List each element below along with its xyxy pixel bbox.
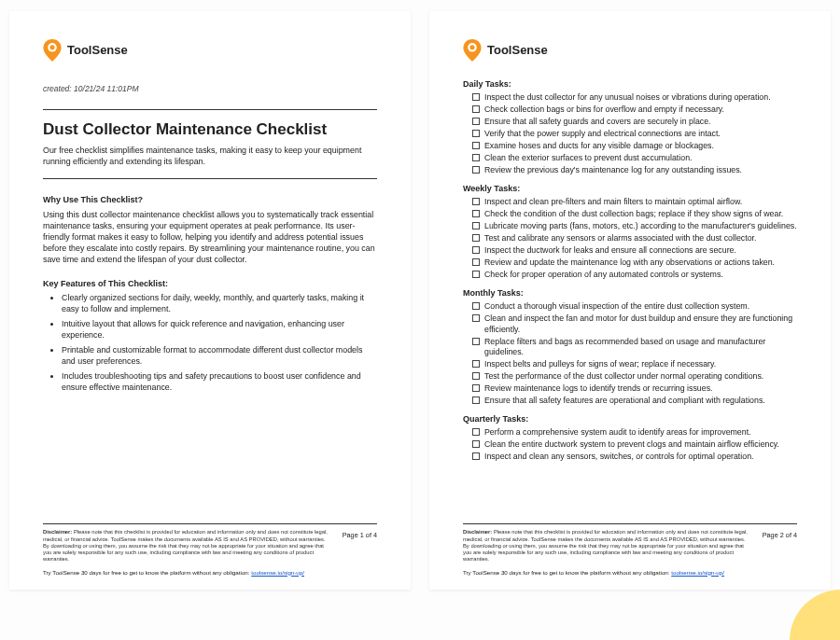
pin-icon [43, 39, 62, 62]
checkbox[interactable] [472, 118, 480, 125]
checklist-item: Clean the exterior surfaces to prevent d… [463, 153, 797, 163]
checkbox[interactable] [472, 154, 480, 161]
checklist-item-label: Clean the entire ductwork system to prev… [484, 439, 779, 450]
checklist-item: Inspect and clean pre-filters and main f… [463, 197, 797, 207]
checkbox[interactable] [472, 210, 480, 217]
checklist-item: Perform a comprehensive system audit to … [463, 427, 797, 438]
checkbox[interactable] [472, 302, 480, 310]
checklist-item: Examine hoses and ducts for any visible … [463, 141, 797, 151]
checkbox[interactable] [472, 314, 480, 322]
checklist-item-label: Verify that the power supply and electri… [484, 129, 721, 139]
checkbox[interactable] [472, 397, 480, 404]
checklist-item: Inspect and clean any sensors, switches,… [463, 452, 797, 462]
checklist-item-label: Check the condition of the dust collecti… [484, 209, 783, 219]
trial-cta: Try ToolSense 30 days for free to get to… [43, 569, 329, 577]
task-group-title: Daily Tasks: [463, 78, 797, 90]
checkbox[interactable] [472, 234, 480, 242]
list-item: Printable and customizable format to acc… [62, 344, 377, 367]
checkbox[interactable] [472, 198, 480, 205]
checklist-item: Clean the entire ductwork system to prev… [463, 439, 797, 450]
checkbox[interactable] [472, 258, 480, 266]
checkbox[interactable] [472, 384, 480, 392]
checklist-item: Review the previous day's maintenance lo… [463, 165, 797, 175]
document-title: Dust Collector Maintenance Checklist [43, 119, 377, 141]
checklist-item-label: Ensure that all safety guards and covers… [484, 117, 711, 127]
task-group-title: Quarterly Tasks: [463, 413, 797, 424]
checklist-item-label: Conduct a thorough visual inspection of … [484, 301, 749, 312]
page-number: Page 2 of 4 [763, 529, 797, 577]
features-heading: Key Features of This Checklist: [43, 278, 377, 289]
brand-logo: ToolSense [463, 39, 797, 62]
checklist-item-label: Inspect the dust collector for any unusu… [484, 92, 771, 103]
checklist-item-label: Clean and inspect the fan and motor for … [484, 313, 797, 335]
checkbox[interactable] [472, 271, 480, 278]
checkbox[interactable] [472, 130, 480, 137]
checkbox[interactable] [472, 338, 480, 345]
list-item: Intuitive layout that allows for quick r… [62, 318, 377, 341]
checklist-item-label: Clean the exterior surfaces to prevent d… [484, 153, 692, 163]
checklist-item-label: Test and calibrate any sensors or alarms… [484, 233, 756, 243]
task-group: Weekly Tasks:Inspect and clean pre-filte… [463, 183, 797, 280]
checkbox[interactable] [472, 142, 480, 149]
checklist-item: Review maintenance logs to identify tren… [463, 383, 797, 394]
checklist-item-label: Ensure that all safety features are oper… [484, 396, 765, 406]
checklist-item-label: Inspect belts and pulleys for signs of w… [484, 359, 716, 369]
task-group: Monthly Tasks:Conduct a thorough visual … [463, 287, 797, 406]
checkbox[interactable] [472, 360, 480, 368]
pin-icon [463, 39, 482, 62]
checkbox[interactable] [472, 372, 480, 380]
checklist-item-label: Inspect and clean pre-filters and main f… [484, 197, 742, 207]
checklist-item-label: Inspect and clean any sensors, switches,… [484, 452, 754, 462]
signup-link[interactable]: toolsense.io/sign-up/ [671, 569, 724, 576]
checklist-item: Inspect the ductwork for leaks and ensur… [463, 245, 797, 256]
signup-link[interactable]: toolsense.io/sign-up/ [251, 569, 304, 576]
brand-name: ToolSense [67, 42, 128, 59]
document-page-2: ToolSense Daily Tasks:Inspect the dust c… [429, 11, 831, 590]
trial-cta: Try ToolSense 30 days for free to get to… [463, 569, 749, 577]
list-item: Includes troubleshooting tips and safety… [62, 370, 377, 393]
disclaimer-text: Disclaimer: Please note that this checkl… [43, 529, 329, 563]
checkbox[interactable] [472, 93, 480, 101]
features-list: Clearly organized sections for daily, we… [43, 292, 377, 397]
why-heading: Why Use This Checklist? [43, 194, 377, 205]
checklist-item-label: Check for proper operation of any automa… [484, 270, 723, 280]
decorative-corner [784, 584, 840, 640]
why-body: Using this dust collector maintenance ch… [43, 209, 377, 265]
checklist-item-label: Inspect the ductwork for leaks and ensur… [484, 245, 736, 256]
task-group-title: Monthly Tasks: [463, 287, 797, 299]
page-number: Page 1 of 4 [343, 529, 377, 577]
task-group-title: Weekly Tasks: [463, 183, 797, 194]
divider [43, 109, 377, 110]
page-footer: Disclaimer: Please note that this checkl… [463, 523, 797, 577]
document-subtitle: Our free checklist simplifies maintenanc… [43, 145, 377, 167]
checkbox[interactable] [472, 166, 480, 174]
page-footer: Disclaimer: Please note that this checkl… [43, 523, 377, 577]
task-group: Quarterly Tasks:Perform a comprehensive … [463, 413, 797, 462]
task-group: Daily Tasks:Inspect the dust collector f… [463, 78, 797, 175]
checkbox[interactable] [472, 440, 480, 448]
checklist-item-label: Review maintenance logs to identify tren… [484, 383, 712, 394]
checklist-item-label: Review and update the maintenance log wi… [484, 257, 775, 268]
divider [43, 178, 377, 179]
checklist-item: Test and calibrate any sensors or alarms… [463, 233, 797, 243]
checklist-item: Check the condition of the dust collecti… [463, 209, 797, 219]
checkbox[interactable] [472, 452, 480, 460]
checklist-item: Conduct a thorough visual inspection of … [463, 301, 797, 312]
brand-logo: ToolSense [43, 39, 377, 62]
checkbox[interactable] [472, 222, 480, 230]
checkbox[interactable] [472, 246, 480, 254]
document-page-1: ToolSense created: 10/21/24 11:01PM Dust… [9, 11, 411, 590]
checklist-item: Ensure that all safety features are oper… [463, 396, 797, 406]
checklist-item: Inspect the dust collector for any unusu… [463, 92, 797, 103]
checkbox[interactable] [472, 105, 480, 113]
disclaimer-text: Disclaimer: Please note that this checkl… [463, 529, 749, 563]
checklist-item-label: Review the previous day's maintenance lo… [484, 165, 742, 175]
checklist-item: Ensure that all safety guards and covers… [463, 117, 797, 127]
checkbox[interactable] [472, 428, 480, 436]
checklist-item: Clean and inspect the fan and motor for … [463, 313, 797, 335]
checklist-item: Lubricate moving parts (fans, motors, et… [463, 221, 797, 231]
brand-name: ToolSense [487, 42, 548, 59]
checklist-item: Test the performance of the dust collect… [463, 371, 797, 382]
checklist-item: Check collection bags or bins for overfl… [463, 104, 797, 115]
created-timestamp: created: 10/21/24 11:01PM [43, 84, 377, 94]
